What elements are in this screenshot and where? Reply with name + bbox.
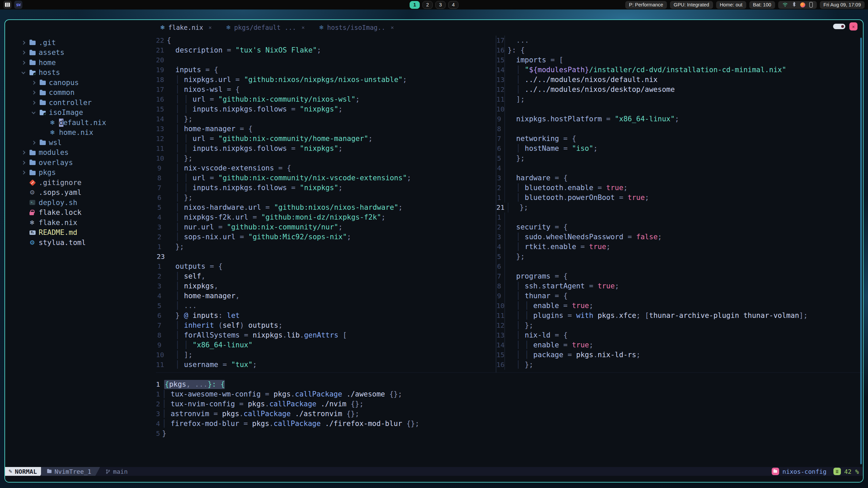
code-line[interactable]: 1{pkgs, ...}: { [156, 380, 863, 389]
code-line[interactable]: 2 │ bluetooth.enable = true; [496, 183, 863, 193]
code-line[interactable]: 8 │ │ url = "github:nix-community/nix-vs… [156, 173, 496, 183]
code-line[interactable]: 3│ astronvim = pkgs.callPackage ./astron… [156, 409, 863, 419]
code-line[interactable]: 15 │ │ package = pkgs.nix-ld-rs; [496, 350, 863, 360]
tab-close-icon[interactable]: ✕ [391, 24, 394, 30]
code-line[interactable]: 3 │ nur.url = "github:nix-community/nur"… [156, 222, 496, 232]
tree-item-wsl[interactable]: wsl [5, 138, 156, 148]
tree-item-overlays[interactable]: overlays [5, 158, 156, 168]
code-line[interactable]: 8 [496, 124, 863, 134]
code-line[interactable]: 18 │ nixpkgs.url = "github:nixos/nixpkgs… [156, 75, 496, 85]
terminal-app-icon[interactable]: $W [14, 1, 22, 9]
apps-grid-icon[interactable] [3, 1, 12, 9]
code-line[interactable]: 14 │ }; [156, 114, 496, 124]
tree-item-assets[interactable]: assets [5, 48, 156, 58]
code-line[interactable]: 7 │ inherit (self) outputs; [156, 321, 496, 330]
pane-hosts-isoimage[interactable]: 17 ...16}: {15 imports = [14 │ "${module… [496, 36, 863, 372]
tree-item-pkgs[interactable]: pkgs [5, 168, 156, 178]
code-line[interactable]: 10 [496, 104, 863, 114]
pane-flake-nix[interactable]: 22{21 description = "tux's NixOS Flake";… [156, 36, 496, 372]
tree-item-controller[interactable]: controller [5, 98, 156, 108]
code-line[interactable]: 11 │ username = "tux"; [156, 360, 496, 370]
code-line[interactable]: 1 }; [156, 242, 496, 252]
workspace-button-3[interactable]: 3 [435, 1, 446, 9]
code-line[interactable]: 2 │ self, [156, 271, 496, 281]
code-line[interactable]: 16}: { [496, 45, 863, 55]
code-line[interactable]: 3 │ nixpkgs, [156, 281, 496, 291]
code-line[interactable]: 4 │ home-manager, [156, 291, 496, 301]
code-line[interactable]: 2│ tux-nvim-config = pkgs.callPackage ./… [156, 399, 863, 409]
code-line[interactable]: 7 │ │ inputs.nixpkgs.follows = "nixpkgs"… [156, 183, 496, 193]
code-line[interactable]: 9 │ nix-vscode-extensions = { [156, 163, 496, 173]
tab-close-icon[interactable]: ✕ [209, 24, 212, 30]
code-line[interactable]: 14 │ │ enable = true; [496, 340, 863, 350]
tree-item-canopus[interactable]: canopus [5, 78, 156, 88]
tree-item-modules[interactable]: modules [5, 148, 156, 158]
workspace-button-1[interactable]: 1 [410, 1, 420, 9]
scrollbar[interactable] [860, 38, 862, 464]
code-line[interactable]: 22{ [156, 36, 496, 45]
tree-item-hosts[interactable]: hosts [5, 68, 156, 78]
tree-item-flake-nix[interactable]: ❄flake.nix [5, 218, 156, 228]
code-line[interactable]: 23 [156, 252, 496, 262]
code-line[interactable]: 12 │ ../../modules/nixos/desktop/awesome [496, 85, 863, 95]
tree-item--gitignore[interactable]: .gitignore [5, 178, 156, 188]
color-temperature-icon[interactable] [800, 2, 805, 7]
tab-close-icon[interactable]: ✕ [302, 24, 305, 30]
code-line[interactable]: 5 │ nixos-hardware.url = "github:nixos/n… [156, 203, 496, 212]
tree-item-stylua-toml[interactable]: ⚙stylua.toml [5, 238, 156, 248]
code-line[interactable]: 13 │ home-manager = { [156, 124, 496, 134]
code-line[interactable]: 1 outputs = { [156, 262, 496, 271]
code-line[interactable]: 10 │ │ enable = true; [496, 301, 863, 311]
tree-item--git[interactable]: .git [5, 38, 156, 48]
tree-item-home-nix[interactable]: ❄home.nix [5, 128, 156, 138]
code-line[interactable]: 4 │ rtkit.enable = true; [496, 242, 863, 252]
code-line[interactable]: 16 │ }; [496, 360, 863, 370]
code-line[interactable]: 3 │ sudo.wheelNeedsPassword = false; [496, 232, 863, 242]
code-line[interactable]: 15 │ │ inputs.nixpkgs.follows = "nixpkgs… [156, 104, 496, 114]
tab-hosts-isoImag-[interactable]: ❄hosts/isoImag..✕ [319, 24, 394, 31]
code-line[interactable]: 19 inputs = { [156, 65, 496, 75]
tree-item--sops-yaml[interactable]: ⚙.sops.yaml [5, 188, 156, 198]
phone-icon[interactable] [809, 2, 813, 7]
tree-item-isoImage[interactable]: isoImage [5, 108, 156, 118]
code-line[interactable]: 4 [496, 163, 863, 173]
code-line[interactable]: 1 [496, 212, 863, 222]
code-line[interactable]: 6 │ }; [156, 193, 496, 203]
code-line[interactable]: 4│ firefox-mod-blur = pkgs.callPackage .… [156, 419, 863, 429]
code-line[interactable]: 2 security = { [496, 222, 863, 232]
code-line[interactable]: 21 description = "tux's NixOS Flake"; [156, 45, 496, 55]
code-line[interactable]: 6 [496, 262, 863, 271]
code-line[interactable]: 2 │ sops-nix.url = "github:Mic92/sops-ni… [156, 232, 496, 242]
code-line[interactable]: 10 │ ]; [156, 350, 496, 360]
code-line[interactable]: 11 │ │ inputs.nixpkgs.follows = "nixpkgs… [156, 144, 496, 154]
pane-pkgs-default[interactable]: 1{pkgs, ...}: {1│ tux-awesome-wm-config … [156, 373, 863, 467]
code-line[interactable]: 9 │ │ "x86_64-linux" [156, 340, 496, 350]
tab-flake-nix[interactable]: ❄flake.nix✕ [160, 24, 212, 31]
code-line[interactable]: 14 │ "${modulesPath}/installer/cd-dvd/in… [496, 65, 863, 75]
code-line[interactable]: 12 │ }; [496, 321, 863, 330]
tab-pkgs-default-[interactable]: ❄pkgs/default ...✕ [226, 24, 304, 31]
code-line[interactable]: 13 │ ../../modules/nixos/default.nix [496, 75, 863, 85]
code-line[interactable]: 4 │ nixpkgs-f2k.url = "github:moni-dz/ni… [156, 212, 496, 222]
code-line[interactable]: 5 }; [496, 252, 863, 262]
code-line[interactable]: 8 │ ssh.startAgent = true; [496, 281, 863, 291]
tree-item-default-nix[interactable]: ❄default.nix [5, 118, 156, 128]
code-line[interactable]: 7 networking = { [496, 134, 863, 144]
code-line[interactable]: 8 │ forAllSystems = nixpkgs.lib.genAttrs… [156, 330, 496, 340]
tree-item-deploy-sh[interactable]: >_deploy.sh [5, 198, 156, 208]
code-line[interactable]: 20 [156, 55, 496, 65]
code-line[interactable]: 10 │ }; [156, 154, 496, 163]
code-line[interactable]: 11 ]; [496, 95, 863, 104]
tree-item-common[interactable]: common [5, 88, 156, 98]
workspace-button-4[interactable]: 4 [448, 1, 458, 9]
code-line[interactable]: 5 │ ... [156, 301, 496, 311]
code-line[interactable]: 13 │ nix-ld = { [496, 330, 863, 340]
code-line[interactable]: 17 ... [496, 36, 863, 45]
workspace-button-2[interactable]: 2 [422, 1, 433, 9]
code-line[interactable]: 6 │ hostName = "iso"; [496, 144, 863, 154]
tree-item-flake-lock[interactable]: flake.lock [5, 208, 156, 218]
code-line[interactable]: 21 }; [496, 203, 863, 212]
code-line[interactable]: 7 programs = { [496, 271, 863, 281]
tree-item-README-md[interactable]: M↓README.md [5, 228, 156, 238]
network-icon[interactable] [782, 2, 788, 8]
